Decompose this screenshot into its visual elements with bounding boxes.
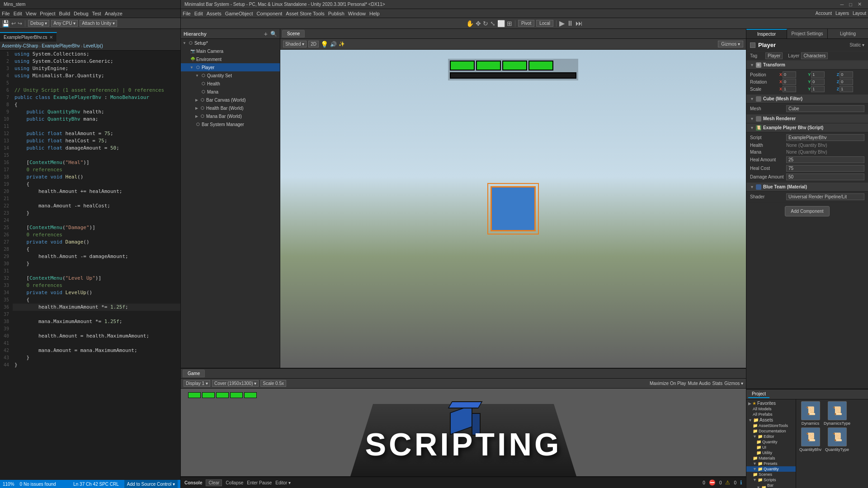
vs-redo-icon[interactable]: ↪ xyxy=(18,20,22,27)
project-all-prefabs[interactable]: All Prefabs xyxy=(746,412,796,417)
scale-z-input[interactable] xyxy=(840,86,853,92)
unity-menu-component[interactable]: Component xyxy=(256,11,282,16)
unity-rotate-tool[interactable]: ↻ xyxy=(483,20,488,27)
maximize-btn[interactable]: □ xyxy=(846,2,855,7)
hierarchy-item-environment[interactable]: 🌳 Environment xyxy=(181,55,280,63)
unity-menu-publish[interactable]: Publish xyxy=(328,11,344,16)
unity-pause-btn[interactable]: ⏸ xyxy=(566,19,574,28)
hierarchy-item-quantityset[interactable]: ▼ ⬡ Quantity Set xyxy=(181,71,280,80)
inspector-shader-value[interactable]: Universal Render Pipeline/Lit xyxy=(786,193,864,200)
unity-step-btn[interactable]: ⏭ xyxy=(576,19,583,28)
vs-menu-build[interactable]: Build xyxy=(59,11,70,16)
game-cover-dropdown[interactable]: Cover (1950x1300) ▾ xyxy=(212,380,259,387)
pos-x-input[interactable] xyxy=(783,71,796,78)
console-collapse-btn[interactable]: Collapse xyxy=(226,480,243,485)
project-assets-root[interactable]: ▼ 📁 Assets xyxy=(746,417,796,423)
vs-save-icon[interactable]: 💾 xyxy=(2,20,9,27)
project-materials[interactable]: 📁 Materials xyxy=(746,455,796,461)
rot-z-input[interactable] xyxy=(840,79,853,85)
add-component-button[interactable]: Add Component xyxy=(785,206,829,216)
asset-dynamicstype[interactable]: 📜 DynamicsType xyxy=(825,401,849,426)
transform-component-header[interactable]: ▼ ⊕ Transform xyxy=(746,61,868,70)
unity-menu-file[interactable]: File xyxy=(183,11,191,16)
layout-btn[interactable]: Layout xyxy=(853,11,866,16)
code-tab-active[interactable]: ExamplePlayerBhv.cs ✕ xyxy=(0,32,57,42)
console-enterpause-btn[interactable]: Enter Pause xyxy=(247,480,272,485)
inspector-healamount-value[interactable]: 25 xyxy=(786,156,864,163)
game-stats-btn[interactable]: Stats xyxy=(712,381,723,386)
vs-menu-debug[interactable]: Debug xyxy=(74,11,88,16)
project-editor-utility[interactable]: 📁 Utility xyxy=(746,450,796,455)
unity-move-tool[interactable]: ✥ xyxy=(476,20,481,27)
breadcrumb-assembly[interactable]: Assembly-CSharp xyxy=(2,43,38,48)
breadcrumb-method[interactable]: LevelUp() xyxy=(83,43,103,48)
vs-undo-icon[interactable]: ↩ xyxy=(11,20,16,27)
unity-menu-gameobject[interactable]: GameObject xyxy=(225,11,253,16)
project-tab[interactable]: Project xyxy=(748,390,769,398)
code-editor[interactable]: 1using System.Collections; 2using System… xyxy=(0,51,180,480)
unity-hand-tool[interactable]: ✋ xyxy=(466,20,474,27)
asset-quantitybhv[interactable]: 📜 QuantityBhv xyxy=(798,427,823,452)
scene-audio-btn[interactable]: 🔊 xyxy=(330,41,337,47)
rot-x-input[interactable] xyxy=(783,79,796,85)
hierarchy-item-barsysmanager[interactable]: ⬡ Bar System Manager xyxy=(181,120,280,128)
hierarchy-item-barcanvas[interactable]: ▶ ⬡ Bar Canvas (World) xyxy=(181,96,280,104)
vs-anycpu-dropdown[interactable]: Any CPU ▾ xyxy=(51,20,78,27)
unity-play-btn[interactable]: ▶ xyxy=(559,19,565,28)
lighting-tab[interactable]: Lighting xyxy=(828,29,868,38)
scale-x-input[interactable] xyxy=(783,86,796,92)
scene-tab[interactable]: Scene xyxy=(282,30,305,38)
project-editor-folder[interactable]: ▼ 📁 Editor xyxy=(746,434,796,439)
project-documentation[interactable]: 📁 Documentation xyxy=(746,428,796,434)
rot-y-input[interactable] xyxy=(811,79,825,85)
hierarchy-add-btn[interactable]: + xyxy=(264,30,268,38)
vs-attach-btn[interactable]: Attach to Unity ▾ xyxy=(80,20,117,27)
breadcrumb-class[interactable]: ExamplePlayerBhv xyxy=(42,43,80,48)
hierarchy-item-setup[interactable]: ▼ ⬡ Setup* xyxy=(181,39,280,47)
inspector-layer-value[interactable]: Characters xyxy=(801,52,828,59)
unity-menu-window[interactable]: Window xyxy=(348,11,366,16)
pos-z-input[interactable] xyxy=(840,71,853,78)
pos-y-input[interactable] xyxy=(811,71,825,78)
project-assetstoretools[interactable]: 📁 AssetStoreTools xyxy=(746,423,796,428)
asset-dynamics[interactable]: 📜 Dynamics xyxy=(798,401,823,426)
close-btn[interactable]: ✕ xyxy=(855,1,864,7)
scene-light-btn[interactable]: 💡 xyxy=(321,41,328,48)
project-settings-tab[interactable]: Project Settings xyxy=(787,29,828,38)
game-maximize-btn[interactable]: Maximize On Play xyxy=(650,381,686,386)
vs-menu-edit[interactable]: Edit xyxy=(14,11,22,16)
vs-menu-file[interactable]: File xyxy=(2,11,10,16)
hierarchy-search-btn[interactable]: 🔍 xyxy=(270,31,277,37)
inspector-tag-value[interactable]: Player xyxy=(765,52,783,59)
scene-2d-btn[interactable]: 2D xyxy=(308,41,319,47)
scale-y-input[interactable] xyxy=(811,86,825,92)
project-scenes[interactable]: 📁 Scenes xyxy=(746,472,796,477)
meshfilter-component-header[interactable]: ▼ Cube (Mesh Filter) xyxy=(746,94,868,103)
unity-menu-help[interactable]: Help xyxy=(369,11,380,16)
script-component-header[interactable]: ▼ 📜 Example Player Bhv (Script) xyxy=(746,123,868,132)
game-scale-dropdown[interactable]: Scale 0.5x xyxy=(260,380,286,387)
vs-menu-project[interactable]: Project xyxy=(40,11,55,16)
scene-shading-dropdown[interactable]: Shaded ▾ xyxy=(283,41,307,47)
unity-local-btn[interactable]: Local xyxy=(536,20,553,27)
project-prefabs[interactable]: ▼ 📁 Quantity xyxy=(746,466,796,472)
hierarchy-item-maincamera[interactable]: 📷 Main Camera xyxy=(181,47,280,55)
asset-quantitytype[interactable]: 📜 QuantityType xyxy=(825,427,849,452)
add-to-source-control-btn[interactable]: Add to Source Control ▾ xyxy=(124,480,178,488)
inspector-active-checkbox[interactable] xyxy=(750,42,755,48)
tab-close-icon[interactable]: ✕ xyxy=(49,35,53,40)
project-presets[interactable]: ▼ 📁 Presets xyxy=(746,461,796,466)
vs-menu-analyze[interactable]: Analyze xyxy=(105,11,123,16)
material-component-header[interactable]: ▼ Blue Team (Material) xyxy=(746,183,868,192)
unity-menu-assets[interactable]: Assets xyxy=(207,11,222,16)
inspector-damageamount-value[interactable]: 50 xyxy=(786,174,864,180)
project-favorites[interactable]: ▶ ★ Favorites xyxy=(746,400,796,406)
layers-btn[interactable]: Layers xyxy=(835,11,849,16)
unity-menu-edit[interactable]: Edit xyxy=(194,11,203,16)
unity-scale-tool[interactable]: ⤡ xyxy=(490,20,495,27)
project-editor-ui[interactable]: 📁 UI xyxy=(746,445,796,450)
account-btn[interactable]: Account xyxy=(816,11,832,16)
vs-menu-test[interactable]: Test xyxy=(92,11,101,16)
unity-pivot-btn[interactable]: Pivot xyxy=(518,20,534,27)
hierarchy-item-healthbar[interactable]: ▶ ⬡ Health Bar (World) xyxy=(181,104,280,112)
